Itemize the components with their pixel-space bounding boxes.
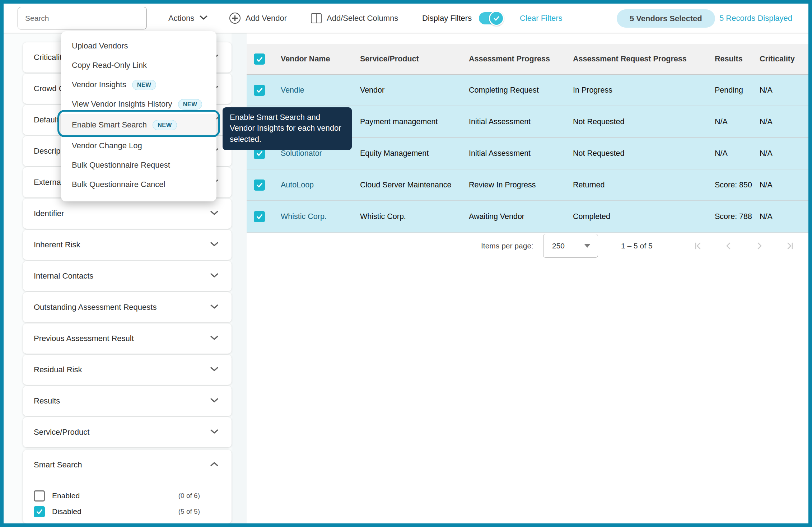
menu-item-enable-smart-search[interactable]: Enable Smart Search NEW xyxy=(61,114,216,136)
vendors-selected-badge: 5 Vendors Selected xyxy=(617,9,715,28)
table-row[interactable]: Whistic Corp. Whistic Corp. Awaiting Ven… xyxy=(247,201,808,233)
add-vendor-label: Add Vendor xyxy=(246,14,287,23)
column-header-assessment-request-progress[interactable]: Assessment Request Progress xyxy=(573,55,715,64)
column-header-results[interactable]: Results xyxy=(715,55,760,64)
add-vendor-button[interactable]: Add Vendor xyxy=(229,4,287,33)
filter-section-internal-contacts[interactable]: Internal Contacts xyxy=(23,261,232,291)
chevron-up-icon xyxy=(210,462,219,468)
vendor-name-link[interactable]: Whistic Corp. xyxy=(281,212,360,221)
filter-section-previous-assessment-result[interactable]: Previous Assessment Result xyxy=(23,323,232,354)
vendor-name-link[interactable]: Solutionator xyxy=(281,149,360,158)
new-badge: NEW xyxy=(178,99,202,109)
toggle-check-icon xyxy=(489,11,504,26)
columns-icon xyxy=(311,13,322,23)
table-header-row: Vendor Name Service/Product Assessment P… xyxy=(247,44,808,75)
filter-section-smart-search: Smart Search Enabled (0 of 6) Disabled (… xyxy=(23,450,232,523)
toolbar: Actions Add Vendor Add/Select Columns Di… xyxy=(4,4,808,33)
enabled-count: (0 of 6) xyxy=(178,492,200,500)
filter-section-identifier[interactable]: Identifier xyxy=(23,199,232,229)
chevron-down-icon xyxy=(210,273,219,279)
last-page-button[interactable] xyxy=(783,239,796,252)
chevron-down-icon xyxy=(210,367,219,373)
vendors-selected-text: 5 Vendors Selected xyxy=(630,14,702,23)
vendor-name-link[interactable]: Vendie xyxy=(281,86,360,95)
enabled-checkbox[interactable] xyxy=(34,490,45,502)
plus-circle-icon xyxy=(229,13,241,24)
display-filters-control: Display Filters xyxy=(422,4,503,33)
column-header-service-product[interactable]: Service/Product xyxy=(360,55,469,64)
display-filters-label: Display Filters xyxy=(422,14,472,23)
records-displayed-text: 5 Records Displayed xyxy=(719,4,792,33)
menu-item-vendor-change-log[interactable]: Vendor Change Log xyxy=(61,136,216,155)
chevron-down-icon xyxy=(210,304,219,311)
actions-label: Actions xyxy=(168,14,194,23)
disabled-count: (5 of 5) xyxy=(178,508,200,516)
row-checkbox[interactable] xyxy=(254,179,265,191)
pagination-bar: Items per page: 250 1 – 5 of 5 xyxy=(247,233,808,259)
chevron-down-icon xyxy=(210,210,219,217)
table-row[interactable]: AutoLoop Cloud Server Maintenance Review… xyxy=(247,169,808,201)
filter-section-residual-risk[interactable]: Residual Risk xyxy=(23,355,232,385)
menu-item-copy-read-only-link[interactable]: Copy Read-Only Link xyxy=(61,56,216,75)
filter-section-outstanding-assessment-requests[interactable]: Outstanding Assessment Requests xyxy=(23,292,232,322)
table-row[interactable]: Vendie Vendor Completing Request In Prog… xyxy=(247,75,808,106)
filter-section-inherent-risk[interactable]: Inherent Risk xyxy=(23,230,232,260)
display-filters-toggle[interactable] xyxy=(479,12,503,24)
smart-search-option-disabled: Disabled (5 of 5) xyxy=(34,504,219,519)
filter-section-service-product[interactable]: Service/Product xyxy=(23,417,232,447)
add-select-columns-button[interactable]: Add/Select Columns xyxy=(311,4,398,33)
add-select-columns-label: Add/Select Columns xyxy=(327,14,398,23)
search-input[interactable] xyxy=(18,7,147,29)
actions-dropdown-button[interactable]: Actions xyxy=(168,4,208,33)
new-badge: NEW xyxy=(153,120,177,130)
column-header-criticality[interactable]: Criticality xyxy=(760,55,808,64)
smart-search-option-enabled: Enabled (0 of 6) xyxy=(34,488,219,504)
menu-item-vendor-insights[interactable]: Vendor Insights NEW xyxy=(61,75,216,94)
actions-menu: Upload Vendors Copy Read-Only Link Vendo… xyxy=(61,31,216,201)
items-per-page-select[interactable]: 250 xyxy=(543,234,598,258)
select-caret-icon xyxy=(584,244,591,248)
sidebar-divider xyxy=(232,33,247,523)
items-per-page-label: Items per page: xyxy=(481,242,533,250)
disabled-checkbox[interactable] xyxy=(34,506,45,517)
column-header-assessment-progress[interactable]: Assessment Progress xyxy=(469,55,573,64)
smart-search-header[interactable]: Smart Search xyxy=(34,450,219,480)
menu-item-bulk-questionnaire-request[interactable]: Bulk Questionnaire Request xyxy=(61,155,216,175)
select-all-checkbox[interactable] xyxy=(254,53,265,65)
row-checkbox[interactable] xyxy=(254,85,265,96)
chevron-down-icon xyxy=(210,242,219,248)
chevron-down-icon xyxy=(199,15,208,22)
menu-item-bulk-questionnaire-cancel[interactable]: Bulk Questionnaire Cancel xyxy=(61,175,216,194)
filter-section-results[interactable]: Results xyxy=(23,386,232,416)
previous-page-button[interactable] xyxy=(722,239,735,252)
clear-filters-link[interactable]: Clear Filters xyxy=(520,14,563,23)
chevron-down-icon xyxy=(210,398,219,404)
row-checkbox[interactable] xyxy=(254,211,265,222)
column-header-vendor-name[interactable]: Vendor Name xyxy=(281,55,360,64)
chevron-down-icon xyxy=(210,429,219,435)
vendor-management-page: Actions Add Vendor Add/Select Columns Di… xyxy=(0,0,812,527)
menu-item-upload-vendors[interactable]: Upload Vendors xyxy=(61,36,216,56)
enable-smart-search-tooltip: Enable Smart Search and Vendor Insights … xyxy=(223,107,352,150)
pagination-range: 1 – 5 of 5 xyxy=(621,242,653,250)
chevron-down-icon xyxy=(210,335,219,342)
first-page-button[interactable] xyxy=(692,239,705,252)
vendor-name-link[interactable]: AutoLoop xyxy=(281,181,360,190)
vendor-table: Vendor Name Service/Product Assessment P… xyxy=(247,33,808,523)
next-page-button[interactable] xyxy=(753,239,766,252)
menu-item-view-vendor-insights-history[interactable]: View Vendor Insights History NEW xyxy=(61,94,216,114)
new-badge: NEW xyxy=(132,80,156,90)
